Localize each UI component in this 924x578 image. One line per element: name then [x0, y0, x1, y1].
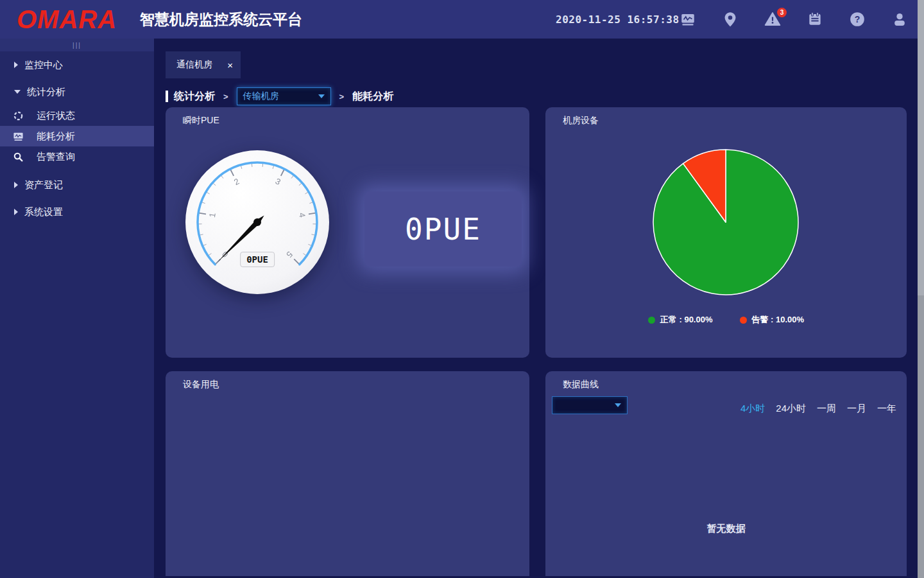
devices-pie-chart	[649, 145, 803, 299]
panel-instant-pue: 瞬时PUE 012345 0PUE 0PUE 传输机房	[166, 107, 529, 358]
sidebar-item-label: 能耗分析	[37, 130, 75, 143]
user-icon[interactable]	[891, 11, 908, 28]
sidebar-item-label: 运行状态	[37, 110, 75, 122]
header-icon-bar: 3 ?	[680, 11, 908, 28]
sidebar-item-monitor-center[interactable]: 监控中心	[0, 51, 154, 78]
datetime-display: 2020-11-25 16:57:38	[556, 13, 639, 26]
no-data-text: 暂无数据	[545, 523, 907, 535]
tab-label: 通信机房	[176, 59, 212, 71]
sidebar-item-asset-registry[interactable]: 资产登记	[0, 171, 154, 198]
range-4h[interactable]: 4小时	[740, 403, 765, 415]
help-icon[interactable]: ?	[849, 11, 866, 28]
sidebar: ||| 监控中心 统计分析 运行状态 能耗分析 告警查询	[0, 39, 154, 578]
panel-title: 瞬时PUE	[183, 115, 219, 127]
panel-title: 数据曲线	[563, 379, 599, 390]
legend-item-alarm[interactable]: 告警 : 10.00%	[740, 314, 805, 326]
header-right: 2020-11-25 16:57:38 3 ?	[556, 0, 908, 39]
sidebar-item-running-status[interactable]: 运行状态	[0, 105, 154, 126]
legend-dot-alarm	[740, 317, 747, 324]
chevron-down-icon	[14, 90, 21, 94]
pue-gauge-chart: 012345 0PUE	[183, 148, 332, 297]
alarm-count-badge: 3	[777, 8, 787, 17]
range-24h[interactable]: 24小时	[776, 403, 806, 415]
time-range-selector: 4小时 24小时 一周 一月 一年	[740, 403, 896, 415]
pue-value-text: 0PUE	[405, 212, 481, 247]
sidebar-item-label: 告警查询	[37, 151, 75, 163]
search-icon	[13, 152, 24, 162]
panel-title: 设备用电	[183, 379, 219, 390]
sidebar-item-label: 资产登记	[24, 179, 63, 191]
range-1week[interactable]: 一周	[817, 403, 836, 415]
energy-chart-icon	[13, 131, 24, 142]
room-select-value: 传输机房	[243, 91, 279, 102]
sidebar-item-label: 统计分析	[27, 86, 65, 98]
scrollbar-thumb[interactable]	[918, 0, 924, 295]
tab-close-icon[interactable]: ×	[227, 60, 233, 71]
panel-data-curve: 数据曲线 4小时 24小时 一周 一月 一年 暂无数据	[545, 371, 907, 576]
legend-item-normal[interactable]: 正常 : 90.00%	[648, 314, 713, 326]
chevron-down-icon	[615, 403, 621, 407]
chevron-right-icon	[14, 62, 18, 68]
legend-text: 正常 : 90.00%	[660, 314, 713, 326]
svg-text:?: ?	[855, 14, 860, 24]
sidebar-item-system-settings[interactable]: 系统设置	[0, 198, 154, 225]
alarm-bell-icon[interactable]: 3	[764, 11, 781, 28]
legend-text: 告警 : 10.00%	[752, 314, 805, 326]
room-select[interactable]: 传输机房	[237, 87, 331, 105]
sidebar-item-energy-analysis[interactable]: 能耗分析	[0, 126, 154, 146]
chevron-right-icon	[14, 209, 18, 215]
panel-title: 机房设备	[563, 115, 599, 127]
legend-dot-normal	[648, 317, 655, 324]
location-pin-icon[interactable]	[722, 11, 739, 28]
gauge-value-badge: 0PUE	[240, 252, 275, 267]
chevron-right-icon	[14, 182, 18, 188]
sidebar-item-label: 监控中心	[24, 59, 63, 71]
chevron-down-icon	[318, 94, 325, 98]
sidebar-collapse-handle[interactable]: |||	[0, 39, 154, 51]
monitor-chart-icon[interactable]	[680, 11, 696, 28]
panel-device-power: 设备用电	[166, 371, 529, 576]
sidebar-item-label: 系统设置	[24, 206, 63, 218]
panel-room-devices: 机房设备 正常 : 90.00% 告警 : 10.00%	[545, 107, 907, 358]
pie-legend: 正常 : 90.00% 告警 : 10.00%	[545, 314, 907, 326]
breadcrumb-separator: >	[339, 92, 345, 101]
breadcrumb: 统计分析 > 传输机房 > 能耗分析	[166, 87, 393, 105]
status-ring-icon	[13, 110, 24, 121]
brand-logo[interactable]: OMARA	[17, 0, 117, 39]
vertical-scrollbar[interactable]	[918, 0, 924, 578]
pue-value-box: 0PUE	[364, 191, 522, 267]
sidebar-nav: 监控中心 统计分析 运行状态 能耗分析 告警查询 资产登记	[0, 51, 154, 225]
breadcrumb-page: 能耗分析	[352, 90, 393, 103]
breadcrumb-separator: >	[223, 92, 228, 101]
page-title: 智慧机房监控系统云平台	[140, 10, 302, 30]
breadcrumb-section: 统计分析	[174, 90, 215, 103]
sidebar-item-alarm-query[interactable]: 告警查询	[0, 146, 154, 167]
curve-metric-select[interactable]	[552, 396, 628, 414]
tab-comm-room[interactable]: 通信机房 ×	[166, 51, 241, 78]
range-1month[interactable]: 一月	[847, 403, 866, 415]
log-clipboard-icon[interactable]	[807, 11, 823, 28]
range-1year[interactable]: 一年	[877, 403, 896, 415]
breadcrumb-marker	[166, 91, 168, 102]
sidebar-item-statistics[interactable]: 统计分析	[0, 78, 154, 105]
app-header: OMARA 智慧机房监控系统云平台 2020-11-25 16:57:38 3 …	[0, 0, 924, 39]
